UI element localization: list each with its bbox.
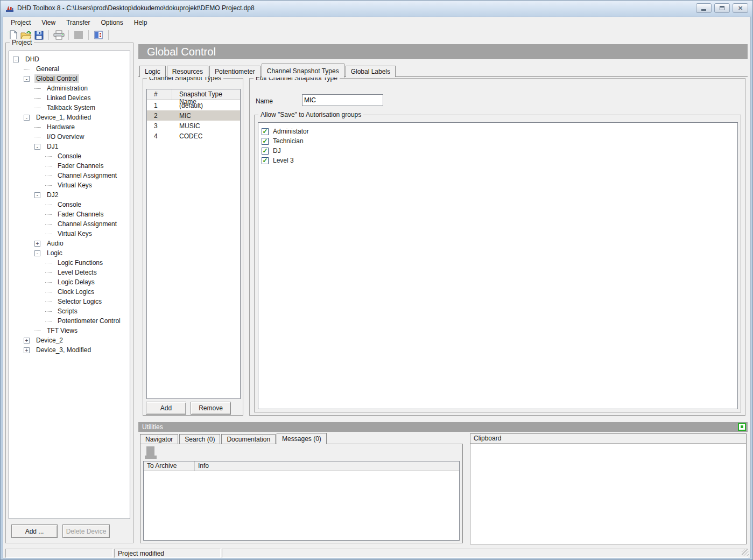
collapse-icon[interactable]: - (24, 115, 30, 121)
tree-item-fader-channels[interactable]: Fader Channels (9, 161, 130, 171)
tree-item-label[interactable]: Audio (45, 239, 65, 248)
tree-item-label[interactable]: Global Control (34, 74, 79, 83)
tree-item-clock-logics[interactable]: Clock Logics (9, 287, 130, 297)
tree-item-label[interactable]: Fader Channels (56, 210, 105, 219)
collapse-icon[interactable]: - (34, 192, 40, 198)
tree-item-label[interactable]: Device_3, Modified (34, 346, 93, 354)
tree-item-dhd[interactable]: -DHD (9, 54, 130, 64)
tree-item-dj2[interactable]: -DJ2 (9, 190, 130, 200)
collapse-icon[interactable]: - (24, 76, 30, 82)
tree-item-label[interactable]: Talkback System (45, 103, 97, 112)
options-icon[interactable] (92, 29, 105, 41)
tree-item-label[interactable]: Console (56, 200, 83, 209)
tree-item-label[interactable]: Console (56, 152, 83, 160)
save-project-icon[interactable] (32, 29, 45, 41)
tab-potentiometer[interactable]: Potentiometer (209, 66, 261, 77)
snapshot-name-input[interactable] (302, 94, 383, 106)
expand-icon[interactable]: + (34, 241, 40, 247)
tree-item-label[interactable]: Logic Delays (56, 278, 96, 286)
tree-item-global-control[interactable]: -Global Control (9, 74, 130, 83)
tree-item-label[interactable]: Channel Assignment (56, 220, 118, 228)
menu-transfer[interactable]: Transfer (61, 18, 95, 27)
tree-item-dj1[interactable]: -DJ1 (9, 142, 130, 151)
tree-item-level-detects[interactable]: Level Detects (9, 268, 130, 277)
resize-grip[interactable] (742, 549, 749, 556)
archive-icon[interactable] (145, 446, 157, 459)
tree-item-logic-delays[interactable]: Logic Delays (9, 277, 130, 287)
tree-item-label[interactable]: Virtual Keys (56, 229, 94, 238)
authorisation-group-row[interactable]: ✓Technician (258, 136, 737, 146)
tree-item-console[interactable]: Console (9, 200, 130, 209)
title-bar[interactable]: DHD Toolbox 8 - C:\Users\prod\Desktop\do… (1, 1, 752, 17)
tree-item-virtual-keys[interactable]: Virtual Keys (9, 229, 130, 239)
tree-item-label[interactable]: Device_1, Modified (34, 113, 93, 122)
tree-item-label[interactable]: DJ2 (45, 191, 60, 199)
add-device-button[interactable]: Add ... (11, 524, 58, 538)
minimize-button[interactable] (696, 3, 712, 13)
tree-item-logic-functions[interactable]: Logic Functions (9, 258, 130, 268)
tree-item-i-o-overview[interactable]: I/O Overview (9, 132, 130, 142)
column-header-info[interactable]: Info (195, 461, 459, 471)
tree-item-label[interactable]: TFT Views (45, 326, 79, 335)
tree-item-label[interactable]: Logic Functions (56, 258, 104, 267)
tree-item-hardware[interactable]: Hardware (9, 122, 130, 132)
column-header-to-archive[interactable]: To Archive (144, 461, 195, 471)
tree-item-label[interactable]: Selector Logics (56, 297, 103, 306)
tree-item-potentiometer-control[interactable]: Potentiometer Control (9, 316, 130, 326)
collapse-icon[interactable]: - (13, 57, 19, 62)
snapshot-type-row[interactable]: 2MIC (147, 110, 240, 121)
tab-resources[interactable]: Resources (167, 66, 208, 77)
utilities-tab-navigator[interactable]: Navigator (140, 434, 178, 444)
tree-item-label[interactable]: Channel Assignment (56, 171, 118, 180)
authorisation-group-row[interactable]: ✓Administator (258, 127, 737, 136)
checkbox-checked-icon[interactable]: ✓ (262, 128, 269, 135)
tree-item-device-3-modified[interactable]: +Device_3, Modified (9, 345, 130, 355)
tree-item-console[interactable]: Console (9, 151, 130, 161)
snapshot-type-row[interactable]: 1(default) (147, 100, 240, 110)
tree-item-selector-logics[interactable]: Selector Logics (9, 297, 130, 306)
tree-item-label[interactable]: Virtual Keys (56, 181, 94, 190)
tree-item-administration[interactable]: Administration (9, 83, 130, 93)
tree-item-general[interactable]: General (9, 64, 130, 74)
expand-icon[interactable]: + (24, 338, 30, 344)
tree-item-label[interactable]: DJ1 (45, 142, 60, 151)
collapse-icon[interactable]: - (34, 144, 40, 150)
delete-device-button[interactable]: Delete Device (62, 524, 110, 538)
tree-item-label[interactable]: Device_2 (34, 336, 65, 345)
authorisation-group-row[interactable]: ✓DJ (258, 146, 737, 156)
tab-logic[interactable]: Logic (139, 66, 166, 77)
authorisation-group-row[interactable]: ✓Level 3 (258, 156, 737, 165)
remove-snapshot-type-button[interactable]: Remove (191, 402, 231, 415)
tree-item-label[interactable]: I/O Overview (45, 132, 86, 141)
close-button[interactable]: ✕ (733, 3, 748, 13)
tree-item-scripts[interactable]: Scripts (9, 306, 130, 316)
tree-item-label[interactable]: General (34, 65, 61, 73)
tree-item-talkback-system[interactable]: Talkback System (9, 103, 130, 113)
tree-item-linked-devices[interactable]: Linked Devices (9, 93, 130, 103)
tree-item-label[interactable]: Administration (45, 84, 89, 93)
tree-item-label[interactable]: Linked Devices (45, 94, 92, 102)
collapse-icon[interactable]: - (34, 250, 40, 256)
tree-item-label[interactable]: Logic (45, 249, 64, 257)
expand-icon[interactable]: + (24, 347, 30, 353)
stop-icon[interactable] (72, 29, 85, 41)
tree-item-label[interactable]: Fader Channels (56, 162, 105, 170)
tree-item-label[interactable]: Scripts (56, 307, 79, 316)
snapshot-type-row[interactable]: 3MUSIC (147, 121, 240, 131)
add-snapshot-type-button[interactable]: Add (146, 402, 186, 415)
tree-item-channel-assignment[interactable]: Channel Assignment (9, 219, 130, 229)
checkbox-checked-icon[interactable]: ✓ (262, 157, 269, 164)
menu-view[interactable]: View (36, 18, 61, 27)
column-header-name[interactable]: Snapshot Type Name (172, 89, 240, 100)
menu-help[interactable]: Help (129, 18, 153, 27)
checkbox-checked-icon[interactable]: ✓ (262, 148, 269, 155)
print-icon[interactable] (52, 29, 65, 41)
tab-channel-snapshot-types[interactable]: Channel Snapshot Types (262, 64, 344, 78)
utilities-tab-messages-0[interactable]: Messages (0) (277, 433, 327, 444)
utilities-restore-button[interactable] (738, 423, 746, 431)
menu-project[interactable]: Project (5, 18, 36, 27)
utilities-tab-documentation[interactable]: Documentation (221, 434, 276, 444)
tree-item-label[interactable]: Clock Logics (56, 288, 96, 296)
tree-item-tft-views[interactable]: TFT Views (9, 326, 130, 335)
tree-item-label[interactable]: Level Detects (56, 268, 98, 277)
